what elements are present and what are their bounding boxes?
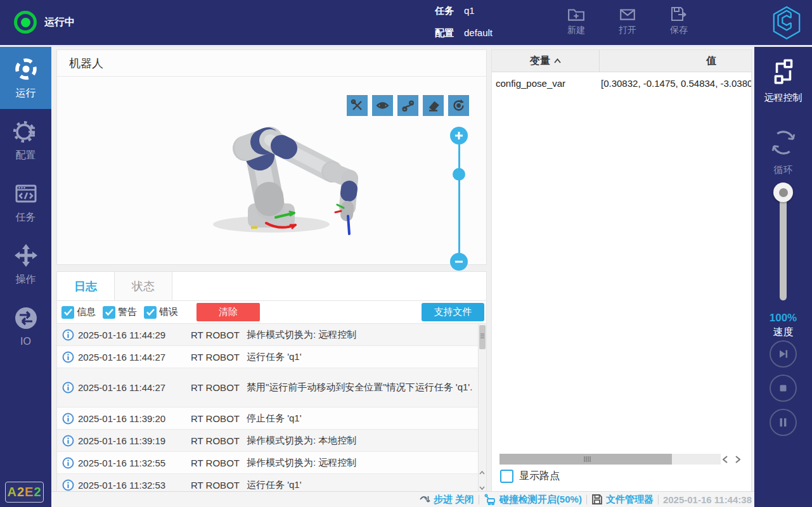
info-icon (62, 435, 74, 447)
variables-panel: 变量 值 config_pose_var [0.30832, -0.1475, … (491, 49, 752, 493)
new-button[interactable]: 新建 (561, 5, 591, 36)
sidebar-item-label: 运行 (16, 87, 36, 100)
step-mode-label: 步进 关闭 (434, 494, 474, 506)
new-folder-icon (567, 5, 585, 23)
column-variable[interactable]: 变量 (492, 50, 600, 72)
variables-hscrollbar[interactable] (499, 454, 721, 465)
path-button[interactable] (397, 95, 418, 116)
log-row[interactable]: 2025-01-16 11:32:53 RT ROBOT 运行任务 'q1' (57, 474, 486, 492)
step-mode-status[interactable]: 步进 关闭 (419, 494, 474, 506)
checkbox-unchecked-icon[interactable] (500, 470, 513, 483)
log-time: 2025-01-16 11:32:55 (78, 458, 191, 468)
log-source: RT ROBOT (191, 413, 247, 424)
remote-control-label: 远程控制 (764, 92, 802, 104)
log-row[interactable]: 2025-01-16 11:32:55 RT ROBOT 操作模式切换为: 远程… (57, 452, 486, 474)
reset-view-button[interactable] (448, 95, 469, 116)
loop-mode[interactable]: 循环 (754, 127, 812, 176)
zoom-in-button[interactable] (450, 127, 468, 144)
sidebar-item-config[interactable]: 配置 (0, 109, 51, 171)
log-list: 2025-01-16 11:44:29 RT ROBOT 操作模式切换为: 远程… (57, 323, 486, 492)
log-row[interactable]: 2025-01-16 11:44:29 RT ROBOT 操作模式切换为: 远程… (57, 324, 486, 346)
log-time: 2025-01-16 11:44:27 (78, 352, 191, 363)
checkbox-checked-icon[interactable] (103, 306, 115, 319)
zoom-slider-track[interactable] (458, 136, 460, 271)
log-source: RT ROBOT (191, 458, 247, 468)
speed-slider-track[interactable] (780, 193, 787, 300)
log-row[interactable]: 2025-01-16 11:44:27 RT ROBOT 运行任务 'q1' (57, 346, 486, 368)
speed-slider-handle[interactable] (773, 183, 793, 202)
tools-icon (351, 99, 364, 112)
variables-header: 变量 值 (492, 50, 751, 72)
scroll-left-button[interactable] (721, 454, 730, 465)
remote-control-icon (769, 57, 798, 86)
robot-view-toolbar (347, 95, 469, 116)
scroll-right-button[interactable] (733, 454, 742, 465)
variable-row[interactable]: config_pose_var [0.30832, -0.1475, 0.548… (492, 72, 751, 94)
remote-control-mode[interactable]: 远程控制 (754, 57, 812, 104)
clear-button[interactable]: 清除 (197, 303, 260, 321)
collision-status[interactable]: 碰撞检测开启(50%) (484, 494, 582, 506)
sidebar-item-io[interactable]: IO (0, 295, 51, 357)
show-waypoints-label: 显示路点 (519, 470, 560, 483)
support-files-button[interactable]: 支持文件 (422, 303, 484, 321)
save-button[interactable]: 保存 (664, 5, 694, 36)
right-sidebar: 远程控制 循环 100% 速度 (754, 47, 812, 507)
log-scrollbar[interactable] (478, 324, 486, 492)
zoom-out-button[interactable] (450, 253, 468, 271)
log-time: 2025-01-16 11:39:19 (78, 435, 191, 446)
log-time: 2025-01-16 11:39:20 (78, 413, 191, 424)
filter-error-label: 错误 (159, 306, 178, 318)
file-manager-button[interactable]: 文件管理器 (591, 494, 654, 506)
skip-forward-icon (777, 347, 790, 361)
log-row[interactable]: 2025-01-16 11:44:27 RT ROBOT 禁用"运行前手动移动到… (57, 368, 486, 408)
log-row[interactable]: 2025-01-16 11:39:20 RT ROBOT 停止任务 'q1' (57, 408, 486, 430)
log-message: 停止任务 'q1' (247, 413, 486, 425)
sidebar-item-task[interactable]: 任务 (0, 171, 51, 233)
show-waypoints-toggle[interactable]: 显示路点 (500, 470, 560, 483)
save-button-label: 保存 (670, 25, 688, 36)
visibility-button[interactable] (372, 95, 393, 116)
checkbox-checked-icon[interactable] (61, 306, 74, 319)
erase-button[interactable] (423, 95, 444, 116)
sidebar-item-label: 配置 (16, 149, 36, 162)
column-value[interactable]: 值 (600, 50, 751, 72)
stop-button[interactable] (770, 375, 797, 402)
zoom-slider-handle[interactable] (453, 168, 465, 181)
robot-model-badge: A2E2 (5, 482, 44, 503)
tab-log[interactable]: 日志 (57, 272, 115, 300)
log-row[interactable]: 2025-01-16 11:39:19 RT ROBOT 操作模式切换为: 本地… (57, 430, 486, 452)
config-label: 配置 (435, 27, 454, 39)
info-icon (62, 382, 74, 394)
log-message: 运行任务 'q1' (247, 351, 486, 363)
pause-icon (777, 416, 790, 429)
info-icon (62, 479, 74, 491)
robot-3d-view[interactable] (57, 77, 486, 264)
run-status-label: 运行中 (44, 16, 75, 29)
filter-info[interactable]: 信息 (61, 306, 96, 319)
scroll-down-icon[interactable] (479, 486, 485, 491)
file-manager-label: 文件管理器 (606, 494, 654, 506)
filter-warning[interactable]: 警告 (103, 306, 137, 319)
collision-status-label: 碰撞检测开启(50%) (499, 494, 582, 506)
pause-button[interactable] (770, 409, 797, 436)
io-exchange-icon (13, 305, 39, 331)
filter-error[interactable]: 错误 (144, 306, 178, 319)
step-forward-button[interactable] (770, 340, 797, 368)
tools-button[interactable] (347, 95, 368, 116)
robot-panel: 机器人 (56, 49, 487, 265)
variables-hscrollbar-thumb[interactable] (499, 454, 672, 465)
open-button-label: 打开 (619, 25, 636, 36)
speed-readout: 100% 速度 (754, 312, 812, 339)
sidebar-item-operate[interactable]: 操作 (0, 233, 51, 295)
column-variable-label: 变量 (530, 55, 550, 68)
trajectory-icon (401, 99, 415, 112)
tab-status[interactable]: 状态 (115, 272, 172, 300)
eraser-icon (427, 99, 440, 112)
log-scrollbar-thumb[interactable] (479, 325, 486, 349)
open-button[interactable]: 打开 (612, 5, 643, 36)
scroll-up-icon[interactable] (479, 470, 485, 475)
log-source: RT ROBOT (191, 382, 247, 393)
checkbox-checked-icon[interactable] (144, 306, 157, 319)
run-status: 运行中 (14, 11, 75, 34)
sidebar-item-run[interactable]: 运行 (0, 47, 51, 109)
